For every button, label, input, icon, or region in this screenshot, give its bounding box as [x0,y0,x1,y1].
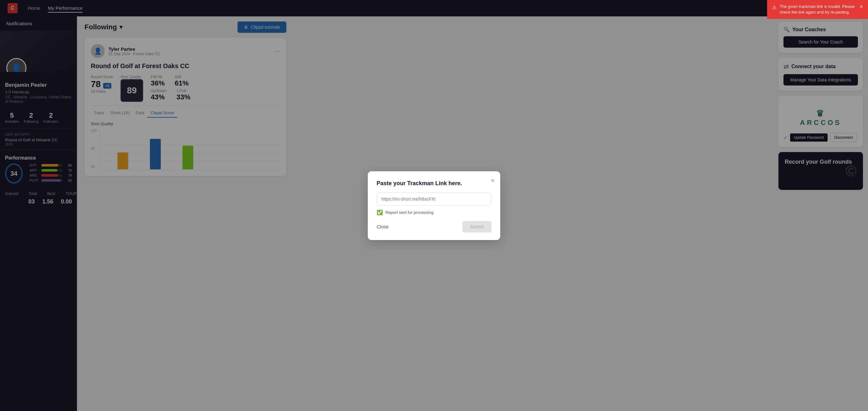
trackman-link-input[interactable] [377,192,491,205]
modal-success-message: ✅ Report sent for processing [377,210,491,215]
error-toast: ⚠ The given trackman link is invalid. Pl… [767,0,868,19]
modal-overlay[interactable]: Paste your Trackman Link here. × ✅ Repor… [0,0,868,411]
success-text: Report sent for processing [385,210,433,215]
modal-close-x-button[interactable]: × [491,177,495,184]
toast-message: The given trackman link is invalid. Plea… [780,4,856,15]
modal-footer: Close Submit [377,221,491,232]
modal-submit-button[interactable]: Submit [462,221,491,232]
toast-warning-icon: ⚠ [772,4,777,11]
modal-title: Paste your Trackman Link here. [377,180,491,187]
success-check-icon: ✅ [377,210,383,215]
toast-close-button[interactable]: × [860,4,863,9]
trackman-modal: Paste your Trackman Link here. × ✅ Repor… [368,171,500,240]
modal-close-button[interactable]: Close [377,224,389,229]
